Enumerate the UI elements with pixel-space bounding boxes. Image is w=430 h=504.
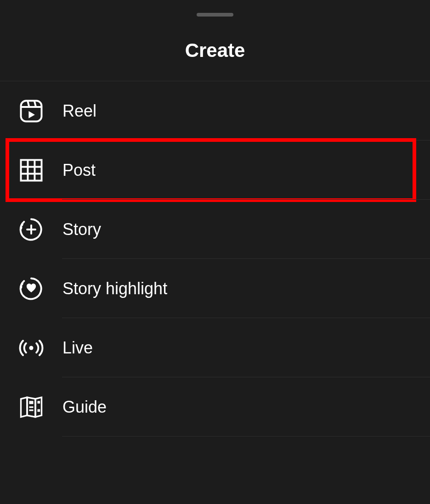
divider (62, 436, 430, 437)
menu-item-story-highlight[interactable]: Story highlight (0, 259, 430, 318)
reel-icon (18, 98, 44, 124)
svg-rect-0 (21, 101, 42, 121)
svg-point-11 (29, 346, 34, 350)
menu-item-label: Story highlight (62, 279, 167, 298)
menu-item-reel[interactable]: Reel (0, 81, 430, 140)
menu-item-story[interactable]: Story (0, 200, 430, 259)
svg-line-2 (28, 101, 29, 107)
svg-rect-12 (29, 401, 34, 404)
svg-rect-4 (21, 160, 42, 180)
sheet-header: Create (0, 17, 430, 81)
menu-item-label: Post (62, 161, 96, 180)
menu-item-label: Guide (62, 398, 107, 417)
create-menu: Reel Post (0, 81, 430, 437)
svg-line-3 (34, 101, 36, 107)
menu-item-guide[interactable]: Guide (0, 377, 430, 437)
guide-icon (18, 394, 44, 420)
svg-rect-15 (38, 401, 40, 403)
story-plus-icon (18, 217, 44, 242)
grid-icon (18, 157, 44, 183)
live-icon (18, 335, 44, 361)
menu-item-label: Reel (62, 101, 96, 121)
sheet-title: Create (0, 39, 430, 62)
menu-item-label: Live (62, 338, 93, 358)
svg-rect-16 (38, 409, 40, 412)
menu-item-post[interactable]: Post (0, 140, 430, 200)
menu-item-label: Story (62, 220, 101, 239)
create-sheet: Create Reel (0, 0, 430, 504)
menu-item-live[interactable]: Live (0, 318, 430, 377)
story-heart-icon (18, 276, 44, 302)
drag-handle[interactable] (197, 13, 233, 17)
